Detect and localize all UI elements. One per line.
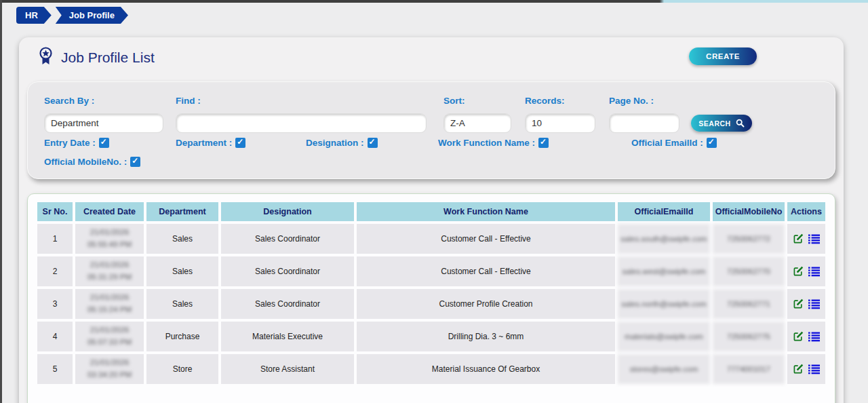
created-time: 05:07:33 PM — [78, 337, 141, 349]
magnifier-icon — [736, 119, 745, 128]
sr-no-cell: 5 — [37, 354, 73, 384]
department-cell: Purchase — [146, 322, 218, 351]
department-cell: Sales — [146, 289, 218, 319]
search-button[interactable]: SEARCH — [691, 115, 752, 132]
edit-icon[interactable] — [793, 266, 804, 277]
entry-date-checkbox[interactable] — [99, 138, 109, 148]
table-header-row: Sr No.Created DateDepartmentDesignationW… — [37, 202, 825, 221]
column-header: Sr No. — [37, 202, 73, 221]
official-emailid-checkbox[interactable] — [707, 138, 717, 148]
created-date-cell: 21/01/2026 05:55:49 PM — [75, 224, 144, 254]
created-date: 21/01/2026 — [78, 259, 141, 271]
column-header: OfficialMobileNo — [713, 202, 785, 221]
sort-input[interactable] — [443, 113, 511, 133]
column-header: Department — [146, 202, 218, 221]
designation-cell: Sales Coordinator — [221, 256, 354, 286]
details-list-icon[interactable] — [808, 332, 820, 342]
details-list-icon[interactable] — [808, 364, 820, 375]
created-time: 05:31:29 PM — [78, 271, 141, 284]
records-input[interactable] — [525, 113, 595, 133]
sr-no-cell: 1 — [37, 224, 73, 254]
actions-cell — [787, 322, 825, 351]
created-time: 05:15:24 PM — [78, 304, 141, 316]
official-emailid-cell: sales.south@swipfe.com — [618, 224, 710, 254]
table-body: 1 21/01/2026 05:55:49 PM Sales Sales Coo… — [37, 224, 825, 384]
work-function-cell: Customer Call - Effective — [357, 224, 615, 254]
window-left-edge — [0, 0, 2, 403]
find-input[interactable] — [176, 113, 427, 133]
page-no-input[interactable] — [609, 113, 679, 133]
official-mobileno-cell: 7250062775 — [713, 322, 785, 351]
official-mobileno-checkbox[interactable] — [130, 157, 140, 167]
actions-cell — [787, 256, 825, 286]
designation-checkbox[interactable] — [368, 138, 378, 148]
created-date: 21/01/2026 — [78, 357, 141, 369]
sr-no-cell: 3 — [37, 289, 73, 319]
created-date-cell: 21/01/2026 05:15:24 PM — [75, 289, 144, 319]
work-function-cell: Material Issuance Of Gearbox — [357, 354, 615, 384]
official-mobileno-cell: 7250062771 — [713, 289, 785, 319]
filter-label: Entry Date : — [44, 138, 96, 148]
job-profile-table: Sr No.Created DateDepartmentDesignationW… — [35, 199, 828, 387]
filter-label: Department : — [176, 138, 232, 148]
created-time: 03:34:20 PM — [78, 369, 141, 381]
column-header: OfficialEmailId — [618, 202, 710, 221]
created-date: 21/01/2026 — [78, 227, 141, 239]
department-cell: Sales — [146, 256, 218, 286]
column-header: Created Date — [75, 202, 144, 221]
work-function-cell: Customer Profile Creation — [357, 289, 615, 319]
edit-icon[interactable] — [793, 233, 804, 244]
created-date-cell: 21/01/2026 05:31:29 PM — [75, 256, 144, 286]
edit-icon[interactable] — [793, 331, 804, 342]
department-checkbox[interactable] — [235, 138, 245, 148]
work-function-name-checkbox[interactable] — [538, 138, 549, 148]
create-button[interactable]: CREATE — [689, 47, 757, 65]
filter-designation: Designation : — [306, 138, 378, 148]
table-row: 2 21/01/2026 05:31:29 PM Sales Sales Coo… — [37, 256, 825, 286]
window-top-edge — [0, 0, 868, 3]
edit-icon[interactable] — [793, 364, 804, 375]
badge-award-icon — [38, 47, 54, 69]
breadcrumb-item-job-profile[interactable]: Job Profile — [56, 7, 128, 24]
designation-cell: Sales Coordinator — [221, 224, 354, 254]
actions-cell — [787, 224, 825, 254]
column-header: Actions — [787, 202, 825, 221]
created-date-cell: 21/01/2026 03:34:20 PM — [75, 354, 144, 384]
designation-cell: Sales Coordinator — [221, 289, 354, 319]
official-emailid-cell: sales.west@swipfe.com — [618, 256, 710, 286]
created-date: 21/01/2026 — [78, 292, 141, 304]
designation-cell: Materials Executive — [221, 322, 354, 351]
job-profile-list-card: Job Profile List CREATE Search By : Find… — [19, 37, 844, 403]
work-function-cell: Customer Call - Effective — [357, 256, 615, 286]
filter-label: Designation : — [306, 138, 364, 148]
search-filter-panel: Search By : Find : Sort: Records: Page N… — [27, 81, 835, 179]
filter-work-function-name: Work Function Name : — [438, 138, 549, 148]
filter-label: Official EmailId : — [631, 138, 703, 148]
search-by-label: Search By : — [44, 96, 94, 106]
official-emailid-cell: sales.north@swipfe.com — [618, 289, 710, 319]
sort-label: Sort: — [443, 96, 465, 106]
filter-label: Official MobileNo. : — [44, 157, 127, 167]
actions-cell — [787, 289, 825, 319]
breadcrumb: HR Job Profile — [16, 7, 128, 24]
created-date-cell: 21/01/2026 05:07:33 PM — [75, 322, 144, 351]
column-header: Designation — [221, 202, 354, 221]
department-cell: Sales — [146, 224, 218, 254]
page-title: Job Profile List — [61, 50, 155, 66]
details-list-icon[interactable] — [808, 299, 820, 309]
filter-official-mobileno: Official MobileNo. : — [44, 157, 140, 167]
official-mobileno-cell: 7250062772 — [713, 224, 785, 254]
breadcrumb-item-hr[interactable]: HR — [16, 7, 52, 24]
filter-official-emailid: Official EmailId : — [631, 138, 717, 148]
table-row: 3 21/01/2026 05:15:24 PM Sales Sales Coo… — [37, 289, 825, 319]
column-header: Work Function Name — [357, 202, 615, 221]
records-label: Records: — [525, 96, 565, 106]
official-mobileno-cell: 7250062770 — [713, 256, 785, 286]
table-row: 1 21/01/2026 05:55:49 PM Sales Sales Coo… — [37, 224, 825, 254]
details-list-icon[interactable] — [808, 267, 820, 277]
details-list-icon[interactable] — [808, 234, 820, 244]
edit-icon[interactable] — [793, 299, 804, 309]
sr-no-cell: 4 — [37, 322, 73, 351]
search-by-input[interactable] — [44, 113, 163, 133]
filter-label: Work Function Name : — [438, 138, 535, 148]
